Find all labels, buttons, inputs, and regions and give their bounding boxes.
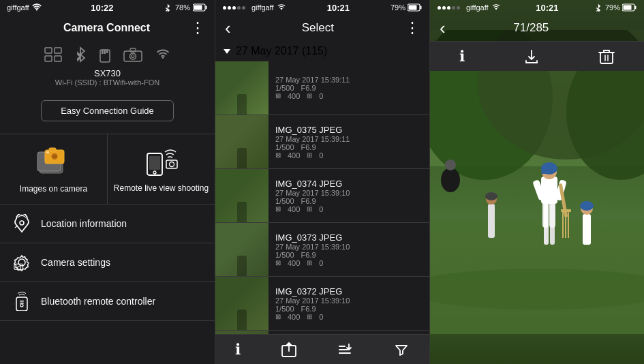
location-information-item[interactable]: Location information: [0, 204, 215, 243]
image-item-5[interactable]: IMG_0372 JPEG 27 May 2017 15:39:10 1/500…: [215, 277, 429, 331]
time-label-3: 10:21: [536, 3, 558, 13]
image-item-3[interactable]: IMG_0374 JPEG 27 May 2017 15:39:10 1/500…: [215, 169, 429, 223]
svg-rect-61: [562, 211, 564, 238]
image-item-1[interactable]: 27 May 2017 15:39:11 1/500 F6.9 ⊠ 400 ⊞ …: [215, 61, 429, 115]
section-date-label: 27 May 2017 (115): [236, 45, 327, 57]
image-info-2: IMG_0375 JPEG 27 May 2017 15:39:11 1/500…: [269, 115, 429, 168]
image-meta2-4: ⊠ 400 ⊞ 0: [275, 259, 423, 267]
aperture-5: F6.9: [301, 305, 316, 313]
aperture-1: F6.9: [301, 84, 316, 92]
iso-label-4: ⊠: [275, 259, 281, 267]
extra-label-2: ⊞: [307, 151, 312, 160]
carrier-label-1: giffgaff: [7, 3, 29, 12]
status-left-2: giffgaff: [222, 3, 286, 12]
panel3-title: 71/285: [513, 21, 549, 35]
image-date-3: 27 May 2017 15:39:10: [275, 189, 423, 197]
collapse-triangle[interactable]: [224, 49, 230, 54]
svg-rect-36: [420, 6, 422, 10]
svg-rect-58: [583, 214, 591, 245]
sd-card-icon: [99, 46, 111, 63]
more-menu-button-1[interactable]: ⋮: [190, 19, 205, 37]
svg-rect-64: [561, 209, 566, 212]
device-icon-row: [0, 41, 215, 65]
bluetooth-status-icon-1: [163, 3, 172, 12]
battery-label-1: 78%: [175, 3, 190, 12]
top-bar-3: ‹ 71/285: [430, 15, 644, 41]
iso-value-2: 400: [288, 151, 300, 160]
image-info-3: IMG_0374 JPEG 27 May 2017 15:39:10 1/500…: [269, 169, 429, 222]
image-thumbnail-6: [215, 331, 269, 334]
images-on-camera-icon: [35, 147, 72, 179]
image-date-4: 27 May 2017 15:39:10: [275, 243, 423, 251]
top-bar-2: ‹ Select ⋮: [215, 15, 429, 41]
image-item-2[interactable]: IMG_0375 JPEG 27 May 2017 15:39:11 1/500…: [215, 115, 429, 169]
image-thumbnail-3: [215, 169, 269, 222]
svg-point-14: [132, 55, 134, 58]
device-info: SX730 Wi-Fi (SSID) : BTWifi-with-FON: [0, 65, 215, 88]
filter-button-2[interactable]: [393, 342, 410, 358]
image-meta2-2: ⊠ 400 ⊞ 0: [275, 151, 423, 160]
image-info-4: IMG_0373 JPEG 27 May 2017 15:39:10 1/500…: [269, 223, 429, 276]
status-bar-2: giffgaff 10:21 79%: [215, 0, 429, 15]
extra-label-3: ⊞: [307, 205, 312, 213]
shutter-4: 1/500: [275, 251, 294, 259]
info-button-3[interactable]: ℹ: [459, 48, 465, 65]
sort-button-2[interactable]: [337, 342, 353, 358]
camera-settings-icon: [12, 253, 31, 272]
image-info-5: IMG_0372 JPEG 27 May 2017 15:39:10 1/500…: [269, 277, 429, 330]
images-on-camera-button[interactable]: Images on camera: [0, 134, 108, 204]
status-bar-3: giffgaff 10:21 79%: [430, 0, 644, 15]
svg-rect-25: [166, 160, 177, 168]
aperture-2: F6.9: [301, 143, 316, 151]
download-button-3[interactable]: [523, 48, 540, 65]
shutter-3: 1/500: [275, 197, 294, 205]
svg-rect-3: [45, 48, 52, 53]
bluetooth-remote-item[interactable]: Bluetooth remote controller: [0, 282, 215, 321]
image-meta2-3: ⊠ 400 ⊞ 0: [275, 205, 423, 213]
image-meta-3: 1/500 F6.9: [275, 197, 423, 205]
remote-live-view-label: Remote live view shooting: [114, 183, 209, 194]
svg-point-46: [445, 160, 456, 170]
bluetooth-remote-icon: [12, 292, 31, 311]
more-menu-button-2[interactable]: ⋮: [405, 19, 420, 37]
battery-icon-1: [193, 3, 208, 12]
svg-point-32: [20, 304, 23, 307]
grid-icon: [44, 47, 62, 62]
back-button-2[interactable]: ‹: [225, 19, 231, 37]
signal-dots-3: [437, 6, 461, 10]
status-right-3: 79%: [594, 3, 637, 12]
status-bar-1: giffgaff 10:22 78%: [0, 0, 215, 15]
svg-point-44: [430, 269, 644, 309]
image-thumbnail-4: [215, 223, 269, 276]
image-meta-1: 1/500 F6.9: [275, 84, 423, 92]
aperture-4: F6.9: [301, 251, 316, 259]
camera-settings-item[interactable]: Camera settings: [0, 243, 215, 282]
carrier-label-2: giffgaff: [251, 3, 274, 12]
image-meta-4: 1/500 F6.9: [275, 251, 423, 259]
svg-rect-4: [55, 48, 61, 53]
remote-live-view-button[interactable]: Remote live view shooting: [108, 134, 215, 204]
iso-value-3: 400: [288, 205, 300, 213]
iso-value-4: 400: [288, 259, 300, 267]
svg-rect-51: [541, 177, 557, 204]
extra-value-3: 0: [319, 205, 323, 213]
svg-rect-65: [566, 209, 571, 212]
info-button-2[interactable]: ℹ: [235, 341, 241, 359]
svg-rect-2: [194, 5, 202, 10]
image-item-4[interactable]: IMG_0373 JPEG 27 May 2017 15:39:10 1/500…: [215, 223, 429, 277]
iso-label-5: ⊠: [275, 313, 281, 321]
wifi-status-icon-2: [277, 4, 286, 11]
share-button-2[interactable]: [281, 342, 297, 358]
extra-label-4: ⊞: [307, 259, 312, 267]
status-right-2: 79%: [390, 3, 423, 12]
shutter-1: 1/500: [275, 84, 294, 92]
svg-rect-8: [102, 50, 104, 54]
status-left-3: giffgaff: [437, 3, 501, 12]
delete-button-3[interactable]: [598, 48, 615, 65]
bluetooth-icon: [74, 46, 87, 63]
back-button-3[interactable]: ‹: [440, 19, 446, 37]
easy-connection-guide-button[interactable]: Easy Connection Guide: [41, 100, 174, 121]
image-date-5: 27 May 2017 15:39:10: [275, 297, 423, 305]
location-icon: [12, 214, 31, 233]
camera-settings-label: Camera settings: [41, 257, 110, 268]
